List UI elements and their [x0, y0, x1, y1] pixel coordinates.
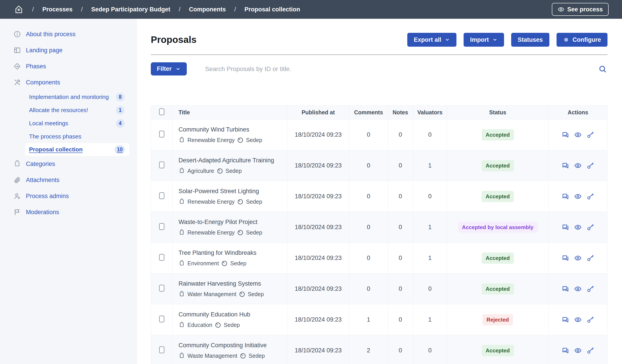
statuses-button[interactable]: Statuses	[511, 33, 549, 47]
breadcrumb-separator: /	[32, 6, 34, 13]
proposal-title[interactable]: Waste-to-Energy Pilot Project	[178, 219, 287, 226]
preview-icon[interactable]	[574, 224, 582, 231]
table-row: Community Wind Turbines Renewable Energy…	[151, 119, 607, 150]
configure-button[interactable]: Configure	[557, 33, 608, 47]
preview-icon[interactable]	[574, 254, 582, 262]
sidebar: About this processLanding pagePhasesComp…	[0, 19, 137, 364]
sidebar-item-about-this-process[interactable]: About this process	[0, 26, 137, 42]
column-status: Status	[447, 106, 548, 119]
answer-proposal-icon[interactable]	[562, 193, 569, 200]
preview-icon[interactable]	[574, 347, 582, 354]
sidebar-item-components[interactable]: Components	[0, 74, 137, 90]
valuators-count: 0	[413, 335, 447, 364]
permissions-key-icon[interactable]	[587, 224, 594, 231]
select-all-checkbox[interactable]	[159, 108, 164, 115]
row-checkbox[interactable]	[159, 161, 164, 168]
answer-proposal-icon[interactable]	[562, 224, 569, 231]
sidebar-item-landing-page[interactable]: Landing page	[0, 42, 137, 58]
proposal-title[interactable]: Solar-Powered Street Lighting	[178, 188, 287, 195]
filter-button[interactable]: Filter	[151, 62, 187, 76]
preview-icon[interactable]	[574, 131, 582, 138]
tag-icon	[178, 229, 185, 236]
valuators-count: 1	[413, 243, 447, 274]
permissions-key-icon[interactable]	[587, 254, 594, 262]
proposal-tags: Renewable Energy Sedep	[178, 229, 287, 236]
status-cell: Accepted	[447, 243, 548, 274]
row-checkbox[interactable]	[159, 254, 164, 261]
scope-label: Sedep	[248, 291, 264, 297]
answer-proposal-icon[interactable]	[562, 316, 569, 323]
category-label: Renewable Energy	[187, 137, 234, 143]
row-checkbox[interactable]	[159, 131, 164, 137]
answer-proposal-icon[interactable]	[562, 254, 569, 262]
comments-count: 2	[349, 335, 388, 364]
search-icon	[598, 65, 607, 74]
answer-proposal-icon[interactable]	[562, 285, 569, 292]
proposal-title[interactable]: Community Composting Initiative	[178, 342, 287, 349]
sidebar-item-local-meetings[interactable]: Local meetings4	[0, 117, 137, 130]
proposal-title[interactable]: Community Education Hub	[178, 311, 287, 318]
sidebar-item-implementation-and-monitoring[interactable]: Implementation and monitoring8	[0, 90, 137, 104]
sidebar-item-allocate-the-resources[interactable]: Allocate the resources!1	[0, 104, 137, 117]
home-icon[interactable]	[14, 5, 23, 14]
see-process-button[interactable]: See process	[552, 3, 609, 16]
sidebar-item-process-admins[interactable]: Process admins	[0, 188, 137, 204]
flag-icon	[13, 208, 21, 216]
count-badge: 8	[116, 93, 124, 101]
row-checkbox[interactable]	[159, 316, 164, 323]
sidebar-item-moderations[interactable]: Moderations	[0, 204, 137, 220]
breadcrumb-item-proposal-collection[interactable]: Proposal collection	[244, 6, 300, 13]
sidebar-item-label: Attachments	[26, 177, 59, 184]
proposal-title[interactable]: Tree Planting for Windbreaks	[178, 249, 287, 256]
see-process-label: See process	[567, 6, 603, 13]
statuses-label: Statuses	[518, 37, 543, 43]
permissions-key-icon[interactable]	[587, 131, 594, 138]
proposal-title[interactable]: Community Wind Turbines	[178, 126, 287, 133]
proposal-title[interactable]: Desert-Adapted Agriculture Training	[178, 157, 287, 164]
proposal-tags: Renewable Energy Sedep	[178, 198, 287, 205]
notes-count: 0	[388, 212, 413, 243]
import-button[interactable]: Import	[464, 33, 504, 47]
actions-cell	[548, 335, 607, 364]
row-checkbox[interactable]	[159, 346, 164, 353]
sidebar-item-proposal-collection[interactable]: Proposal collection10	[25, 143, 129, 156]
row-checkbox[interactable]	[159, 285, 164, 292]
sidebar-item-label: Moderations	[26, 209, 59, 216]
answer-proposal-icon[interactable]	[562, 131, 569, 138]
category-label: Education	[187, 322, 212, 328]
valuators-count: 1	[413, 150, 447, 181]
row-checkbox-cell	[151, 335, 173, 364]
permissions-key-icon[interactable]	[587, 285, 594, 292]
row-checkbox-cell	[151, 119, 173, 150]
preview-icon[interactable]	[574, 316, 582, 323]
scope-icon	[239, 291, 245, 297]
sidebar-item-categories[interactable]: Categories	[0, 156, 137, 172]
sidebar-item-attachments[interactable]: Attachments	[0, 172, 137, 188]
permissions-key-icon[interactable]	[587, 316, 594, 323]
row-checkbox[interactable]	[159, 192, 164, 199]
permissions-key-icon[interactable]	[587, 193, 594, 200]
preview-icon[interactable]	[574, 193, 582, 200]
sidebar-item-phases[interactable]: Phases	[0, 58, 137, 74]
export-all-button[interactable]: Export all	[407, 33, 456, 47]
answer-proposal-icon[interactable]	[562, 347, 569, 354]
breadcrumb-item-processes[interactable]: Processes	[42, 6, 73, 13]
proposal-title[interactable]: Rainwater Harvesting Systems	[178, 280, 287, 287]
sidebar-item-the-process-phases[interactable]: The process phases	[0, 130, 137, 143]
preview-icon[interactable]	[574, 162, 582, 169]
permissions-key-icon[interactable]	[587, 162, 594, 169]
answer-proposal-icon[interactable]	[562, 162, 569, 169]
row-checkbox[interactable]	[159, 223, 164, 230]
breadcrumb-item-components[interactable]: Components	[189, 6, 226, 13]
table-row: Solar-Powered Street Lighting Renewable …	[151, 181, 607, 212]
preview-icon[interactable]	[574, 285, 582, 292]
permissions-key-icon[interactable]	[587, 347, 594, 354]
status-badge: Accepted	[482, 345, 514, 356]
breadcrumb-item-sedep-participatory-budget[interactable]: Sedep Participatory Budget	[91, 6, 170, 13]
valuators-count: 1	[413, 212, 447, 243]
search-button[interactable]	[598, 65, 607, 74]
sidebar-item-label: Implementation and monitoring	[29, 94, 116, 100]
direction-icon	[13, 62, 21, 70]
search-input[interactable]	[205, 65, 598, 73]
breadcrumb: /Processes/Sedep Participatory Budget/Co…	[32, 6, 300, 13]
